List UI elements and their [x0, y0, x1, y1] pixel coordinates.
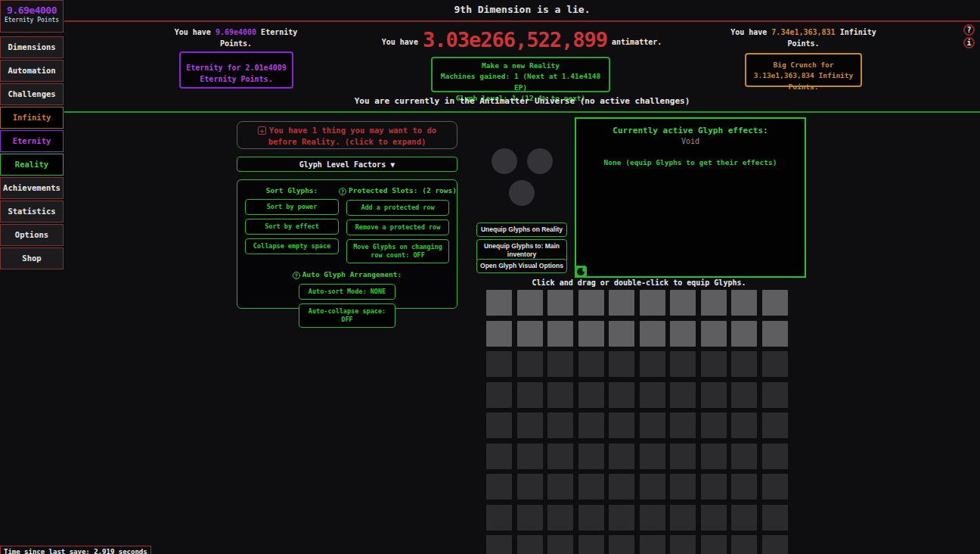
- glyph-inventory-slot[interactable]: [701, 412, 727, 438]
- glyph-inventory-slot[interactable]: [609, 474, 634, 500]
- help-icon[interactable]: ?: [963, 24, 975, 36]
- glyph-inventory-slot[interactable]: [701, 351, 727, 377]
- glyph-inventory-slot[interactable]: [670, 290, 696, 316]
- glyph-inventory-slot[interactable]: [701, 505, 727, 531]
- sort-by-effect-button[interactable]: Sort by effect: [245, 219, 339, 235]
- auto-sort-mode-button[interactable]: Auto-sort Mode: NONE: [299, 284, 395, 300]
- glyph-inventory-slot[interactable]: [731, 351, 757, 377]
- glyph-inventory-slot[interactable]: [547, 290, 573, 316]
- glyph-inventory-slot[interactable]: [670, 444, 696, 469]
- glyph-inventory-slot[interactable]: [731, 444, 757, 469]
- glyph-inventory-slot[interactable]: [609, 351, 634, 377]
- glyph-inventory-slot[interactable]: [701, 382, 727, 408]
- info-icon[interactable]: i: [963, 37, 975, 48]
- glyph-inventory-slot[interactable]: [731, 382, 757, 408]
- sidebar-item-reality[interactable]: Reality: [0, 154, 64, 176]
- glyph-inventory-slot[interactable]: [547, 412, 573, 438]
- equipped-glyph-slot[interactable]: [509, 180, 535, 206]
- sidebar-item-automation[interactable]: Automation: [0, 60, 64, 82]
- glyph-inventory-slot[interactable]: [547, 444, 573, 469]
- sidebar-item-options[interactable]: Options: [0, 224, 64, 246]
- glyph-inventory-slot[interactable]: [640, 474, 665, 500]
- glyph-color-palette-icon[interactable]: [575, 266, 587, 278]
- collapse-empty-space-button[interactable]: Collapse empty space: [245, 238, 339, 254]
- glyph-inventory-slot[interactable]: [701, 290, 727, 316]
- glyph-inventory-slot[interactable]: [762, 444, 788, 469]
- glyph-inventory-slot[interactable]: [609, 505, 634, 531]
- sidebar-item-dimensions[interactable]: Dimensions: [0, 36, 64, 58]
- glyph-inventory-slot[interactable]: [609, 321, 634, 347]
- glyph-inventory-slot[interactable]: [486, 290, 512, 316]
- glyph-inventory-slot[interactable]: [762, 321, 788, 347]
- glyph-inventory-slot[interactable]: [578, 321, 604, 347]
- equipped-glyph-slot[interactable]: [492, 148, 517, 174]
- glyph-inventory-slot[interactable]: [731, 290, 757, 316]
- glyph-inventory-slot[interactable]: [517, 290, 543, 316]
- glyph-inventory-slot[interactable]: [578, 474, 604, 500]
- glyph-inventory-slot[interactable]: [640, 351, 665, 377]
- glyph-inventory-slot[interactable]: [670, 505, 696, 531]
- glyph-inventory-slot[interactable]: [486, 382, 512, 408]
- glyph-inventory-slot[interactable]: [670, 535, 696, 554]
- glyph-inventory-slot[interactable]: [670, 382, 696, 408]
- help-question-icon[interactable]: ?: [293, 272, 300, 279]
- glyph-inventory-slot[interactable]: [701, 535, 727, 554]
- open-glyph-visual-options-button[interactable]: Open Glyph Visual Options: [476, 259, 567, 273]
- glyph-inventory-slot[interactable]: [762, 535, 788, 554]
- glyph-inventory-slot[interactable]: [670, 474, 696, 500]
- glyph-inventory-slot[interactable]: [486, 505, 512, 531]
- glyph-inventory-slot[interactable]: [517, 535, 543, 554]
- glyph-inventory-slot[interactable]: [701, 444, 727, 469]
- glyph-inventory-slot[interactable]: [640, 535, 665, 554]
- glyph-inventory-slot[interactable]: [640, 505, 665, 531]
- glyph-inventory-slot[interactable]: [609, 535, 634, 554]
- glyph-inventory-slot[interactable]: [517, 474, 543, 500]
- glyph-inventory-slot[interactable]: [731, 535, 757, 554]
- glyph-inventory-slot[interactable]: [670, 351, 696, 377]
- glyph-inventory-slot[interactable]: [517, 351, 543, 377]
- glyph-inventory-slot[interactable]: [578, 505, 604, 531]
- glyph-inventory-slot[interactable]: [640, 444, 665, 469]
- glyph-inventory-slot[interactable]: [762, 412, 788, 438]
- glyph-inventory-slot[interactable]: [701, 474, 727, 500]
- glyph-inventory-slot[interactable]: [762, 382, 788, 408]
- glyph-inventory-slot[interactable]: [517, 412, 543, 438]
- glyph-inventory-slot[interactable]: [762, 505, 788, 531]
- sidebar-item-infinity[interactable]: Infinity: [0, 107, 64, 129]
- glyph-inventory-slot[interactable]: [517, 382, 543, 408]
- glyph-inventory-slot[interactable]: [547, 535, 573, 554]
- glyph-inventory-slot[interactable]: [486, 474, 512, 500]
- glyph-inventory-slot[interactable]: [640, 382, 665, 408]
- glyph-inventory-slot[interactable]: [640, 321, 665, 347]
- big-crunch-button[interactable]: Big Crunch for 3.13e1,363,834 Infinity P…: [745, 53, 862, 87]
- glyph-inventory-slot[interactable]: [640, 290, 665, 316]
- glyph-inventory-slot[interactable]: [731, 412, 757, 438]
- glyph-inventory-slot[interactable]: [547, 505, 573, 531]
- glyph-inventory-slot[interactable]: [547, 474, 573, 500]
- add-protected-row-button[interactable]: Add a protected row: [346, 200, 449, 216]
- glyph-inventory-slot[interactable]: [517, 321, 543, 347]
- eternity-button[interactable]: Eternity for 2.01e4009 Eternity Points.: [179, 51, 293, 89]
- glyph-inventory-slot[interactable]: [578, 444, 604, 469]
- glyph-inventory-slot[interactable]: [731, 505, 757, 531]
- sidebar-item-eternity[interactable]: Eternity: [0, 130, 64, 152]
- glyph-inventory-slot[interactable]: [578, 351, 604, 377]
- sidebar-item-achievements[interactable]: Achievements: [0, 177, 64, 199]
- unequip-glyphs-on-reality-button[interactable]: Unequip Glyphs on Reality: [476, 223, 567, 237]
- glyph-inventory-slot[interactable]: [609, 290, 634, 316]
- equipped-glyph-slot[interactable]: [527, 148, 553, 174]
- glyph-inventory-slot[interactable]: [486, 351, 512, 377]
- sidebar-item-statistics[interactable]: Statistics: [0, 201, 64, 223]
- glyph-inventory-slot[interactable]: [486, 321, 512, 347]
- help-question-icon[interactable]: ?: [339, 188, 346, 195]
- glyph-inventory-slot[interactable]: [547, 382, 573, 408]
- glyph-level-factors-button[interactable]: Glyph Level Factors ▼: [237, 157, 457, 172]
- glyph-inventory-slot[interactable]: [762, 351, 788, 377]
- glyph-inventory-slot[interactable]: [486, 535, 512, 554]
- sort-by-power-button[interactable]: Sort by power: [245, 199, 339, 215]
- glyph-inventory-slot[interactable]: [517, 444, 543, 469]
- glyph-inventory-slot[interactable]: [609, 444, 634, 469]
- glyph-inventory-slot[interactable]: [731, 474, 757, 500]
- glyph-inventory-slot[interactable]: [731, 321, 757, 347]
- glyph-inventory-slot[interactable]: [547, 321, 573, 347]
